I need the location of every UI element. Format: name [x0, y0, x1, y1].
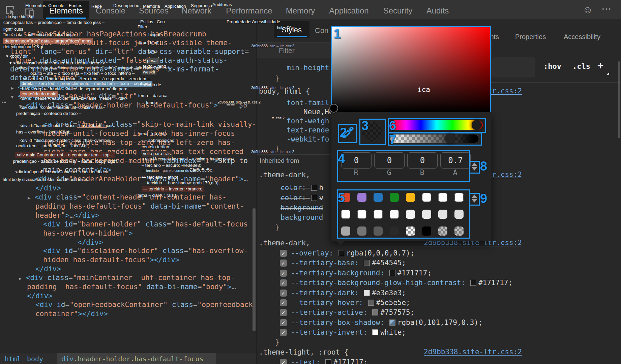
- translation-overlay: 2d9bb338. site – l tr. css:2: [251, 44, 294, 48]
- translation-overlay: Cl#5e5e5e;: [189, 167, 214, 173]
- palette-swatch[interactable]: [357, 210, 366, 219]
- palette-switcher-spinner[interactable]: [469, 193, 480, 206]
- palette-swatch[interactable]: [422, 226, 431, 236]
- palette-swatch[interactable]: [374, 193, 383, 202]
- translation-overlay: Acessibilidade: [252, 20, 280, 25]
- devtools-menu-icon[interactable]: ⋯: [601, 3, 612, 14]
- palette-swatch[interactable]: [390, 226, 399, 236]
- palette-swatch[interactable]: [357, 193, 366, 202]
- declaration-checkbox[interactable]: ✓: [280, 250, 287, 257]
- color-picker-pointer: [336, 241, 345, 245]
- declaration-checkbox[interactable]: ✓: [280, 319, 287, 326]
- palette-swatch[interactable]: [374, 226, 383, 236]
- alpha-slider[interactable]: [390, 134, 479, 143]
- palette-swatch[interactable]: [422, 210, 431, 219]
- rgba-channel-label: G: [374, 169, 404, 177]
- rgba-value-input[interactable]: 0.7: [440, 152, 471, 169]
- inline-color-swatch[interactable]: [311, 185, 317, 191]
- palette-swatch[interactable]: [390, 210, 399, 219]
- tab-computed[interactable]: Con: [315, 26, 328, 35]
- breadcrumb-item-body[interactable]: body: [27, 355, 43, 363]
- sidebar-tab-properties[interactable]: Properties: [515, 33, 546, 41]
- css-variable-declaration: --tertiary-box-shadow: rgba(0,101,179,0.…: [291, 318, 483, 327]
- palette-swatch[interactable]: [422, 193, 431, 202]
- declaration-checkbox[interactable]: ✓: [280, 290, 287, 297]
- inline-color-swatch[interactable]: [338, 250, 344, 256]
- styles-pane-scrollbar[interactable]: [618, 61, 620, 138]
- translation-overlay: Propriedades: [227, 20, 253, 25]
- palette-swatch[interactable]: [406, 210, 415, 219]
- inline-color-swatch[interactable]: [311, 195, 317, 201]
- inline-color-swatch[interactable]: [364, 260, 370, 266]
- toggle-hover-state-button[interactable]: :hov: [543, 62, 561, 70]
- rgba-format-spinner[interactable]: [469, 161, 480, 174]
- palette-swatch[interactable]: [357, 226, 366, 236]
- color-picker-shade-gradient[interactable]: [331, 26, 491, 113]
- translation-overlay: Filter: [138, 25, 147, 30]
- palette-swatch[interactable]: [454, 193, 464, 202]
- declaration-checkbox[interactable]: ✓: [280, 270, 287, 277]
- inline-color-swatch[interactable]: [368, 300, 374, 306]
- css-variable-declaration: --text: #171717;: [291, 358, 367, 364]
- new-style-rule-button[interactable]: +: [597, 59, 603, 71]
- tab-application[interactable]: Application: [329, 6, 368, 16]
- palette-swatch[interactable]: [406, 226, 415, 236]
- hue-slider-knob[interactable]: [472, 120, 482, 130]
- declaration-checkbox[interactable]: ✓: [280, 329, 287, 336]
- rgba-value-input[interactable]: 0: [407, 152, 438, 169]
- translation-overlay: — terciário – paire o cursor do rato:: [142, 169, 197, 173]
- palette-swatch[interactable]: [341, 226, 350, 236]
- translation-overlay: tema – da arca: [138, 131, 167, 136]
- tab-security[interactable]: Security: [383, 6, 413, 16]
- sidebar-tab-accessibility[interactable]: Accessibility: [564, 33, 600, 41]
- alpha-slider-knob[interactable]: [445, 133, 455, 144]
- translation-overlay: — terciário – ativo:: [142, 175, 178, 180]
- inline-color-swatch[interactable]: [325, 359, 331, 364]
- translation-overlay: Elementos: [25, 3, 46, 8]
- breadcrumb-item-selected[interactable]: div.header-holder.has-default-focus: [61, 355, 203, 363]
- dom-pane-scrollbar[interactable]: [253, 208, 256, 331]
- dom-more-icon[interactable]: ⋯: [2, 98, 6, 107]
- palette-swatch[interactable]: [454, 226, 464, 236]
- color-picker-shade-cursor[interactable]: [329, 104, 338, 113]
- new-rule-dropdown-icon[interactable]: [606, 72, 609, 75]
- tab-performance[interactable]: Performance: [226, 6, 272, 16]
- palette-swatch[interactable]: [341, 210, 350, 219]
- annotation-number-5: 5: [338, 191, 345, 205]
- style-rule-line: background: [280, 204, 323, 212]
- tab-memory[interactable]: Memory: [286, 6, 315, 16]
- declaration-checkbox[interactable]: ✓: [280, 359, 287, 364]
- inline-color-swatch[interactable]: [470, 280, 476, 286]
- declaration-checkbox[interactable]: ✓: [280, 260, 287, 267]
- declaration-checkbox[interactable]: ✓: [280, 309, 287, 316]
- palette-swatch[interactable]: [390, 193, 399, 202]
- hue-slider[interactable]: [390, 120, 483, 130]
- palette-swatch[interactable]: [438, 193, 447, 202]
- tab-audits[interactable]: Audits: [426, 6, 449, 16]
- palette-swatch[interactable]: [438, 226, 447, 236]
- dom-tree-line: <div id="openFeedbackContainer" class="o…: [35, 300, 257, 309]
- translation-overlay: tema – da arca: [138, 93, 168, 98]
- rgba-value-input[interactable]: 0: [374, 152, 405, 169]
- palette-swatch[interactable]: [438, 210, 447, 219]
- inline-color-swatch[interactable]: [389, 320, 395, 326]
- toggle-class-button[interactable]: .cls: [572, 62, 590, 70]
- palette-swatch[interactable]: [406, 193, 415, 202]
- inline-color-swatch[interactable]: [372, 329, 378, 335]
- declaration-checkbox[interactable]: ✓: [280, 299, 287, 306]
- declaration-checkbox[interactable]: ✓: [280, 279, 287, 286]
- right-filter-box[interactable]: [491, 57, 535, 78]
- inline-color-swatch[interactable]: [389, 270, 395, 276]
- breadcrumb-item-html[interactable]: html: [5, 355, 21, 363]
- palette-swatch[interactable]: [454, 210, 464, 219]
- feedback-smiley-icon[interactable]: ☺: [583, 4, 593, 16]
- inline-color-swatch[interactable]: [372, 309, 378, 315]
- style-rule-line: text-rende: [287, 126, 329, 134]
- stylesheet-link[interactable]: 2d9bb338.site-ltr.css:2: [424, 348, 522, 356]
- rgba-channel-label: R: [341, 169, 371, 177]
- translation-overlay: <div id="banner–holder" class="has–defau…: [20, 123, 113, 128]
- inline-color-swatch[interactable]: [364, 290, 370, 296]
- translation-overlay: <div class="content–header uhf–container…: [20, 105, 105, 110]
- rgba-value-input[interactable]: 0: [341, 152, 372, 169]
- palette-swatch[interactable]: [374, 210, 383, 219]
